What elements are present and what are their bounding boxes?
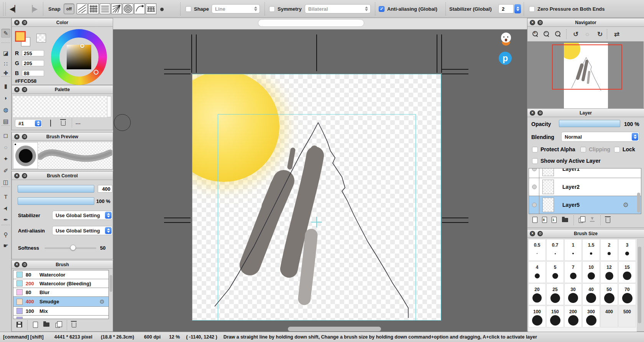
brush-size-cell-3[interactable]: 3 [618, 239, 636, 261]
brush-size-cell-20[interactable]: 20 [528, 283, 546, 305]
palette-new-button[interactable] [50, 120, 51, 127]
shape-checkbox[interactable]: Shape [186, 0, 209, 18]
stepper-icon[interactable] [514, 4, 521, 13]
brush-new-button[interactable] [33, 322, 38, 328]
select-move-tool[interactable]: ◫ [1, 178, 10, 187]
stabilizer-select[interactable]: Use Global Setting [52, 211, 113, 220]
undo-button[interactable]: ◀▏ [10, 0, 20, 18]
canvas-document[interactable] [192, 74, 441, 320]
blue-field[interactable]: B 88 [15, 70, 44, 76]
snap-concentric-button[interactable] [123, 3, 133, 14]
brush-size-cell-2[interactable]: 2 [600, 239, 618, 261]
stabilizer-spinner[interactable]: 2 [498, 4, 521, 13]
select-rect-tool[interactable]: ◻ [1, 131, 10, 140]
layer-duplicate-button[interactable] [579, 218, 583, 223]
layer-new-8bit-button[interactable] [542, 217, 547, 223]
detach-icon[interactable] [537, 231, 543, 236]
palette-scrollbar[interactable] [107, 96, 111, 117]
brush-list-scrollbar[interactable] [110, 275, 112, 292]
foreground-color-swatch[interactable] [15, 31, 26, 42]
brush-size-cell-0.5[interactable]: 0.5 [528, 239, 546, 261]
brush-size-slider[interactable] [18, 185, 94, 193]
flip-horizontal-icon[interactable]: ⇄ [612, 29, 622, 39]
layer-visibility-icon[interactable] [532, 203, 537, 207]
show-only-active-checkbox[interactable]: Show only Active Layer [532, 158, 601, 164]
rotate-cw-icon[interactable]: ↻ [595, 29, 605, 39]
layer-visibility-icon[interactable] [532, 185, 537, 189]
snap-perspective-button[interactable] [146, 3, 156, 14]
redo-button[interactable]: ▕▶ [28, 0, 38, 18]
snap-off-button[interactable]: off [64, 3, 74, 14]
opacity-slider[interactable] [559, 120, 620, 127]
snap-vanishing-button[interactable] [111, 3, 122, 14]
snap-horizontal-button[interactable] [100, 3, 110, 14]
close-icon[interactable]: × [14, 262, 20, 267]
eyedropper-tool[interactable]: ⚲ [1, 230, 10, 239]
brush-size-cell-40[interactable]: 40 [582, 283, 600, 305]
layer-new-1bit-button[interactable] [552, 217, 557, 223]
brush-row-mix[interactable]: 100Mix [13, 307, 108, 316]
brush-size-cell-7[interactable]: 7 [564, 261, 582, 283]
palette-delete-button[interactable] [61, 119, 66, 126]
operation-tool[interactable]: ➤ [1, 204, 10, 213]
brush-size-cell-25[interactable]: 25 [546, 283, 564, 305]
detach-icon[interactable] [22, 20, 27, 25]
move-tool[interactable]: ✚ [1, 69, 10, 78]
brush-row-watercolor-bleeding-[interactable]: 200Watercolor (Bleeding) [13, 279, 108, 288]
detach-icon[interactable] [22, 134, 27, 139]
bucket-tool[interactable]: ◍ [1, 105, 10, 115]
alpaca-mascot-icon[interactable] [500, 33, 512, 46]
sv-handle[interactable] [80, 44, 84, 48]
close-icon[interactable]: × [530, 110, 535, 116]
antialias-select[interactable]: Use Global Setting [52, 226, 113, 235]
brush-size-value[interactable]: 400 [98, 185, 112, 193]
blending-select[interactable]: Normal [561, 132, 639, 142]
brush-duplicate-button[interactable] [56, 323, 60, 328]
brush-size-scrollbar[interactable] [638, 247, 641, 323]
close-icon[interactable]: × [14, 134, 20, 139]
gear-icon[interactable]: ⚙ [100, 298, 105, 305]
clipping-checkbox[interactable]: Clipping [580, 146, 610, 152]
snap-parallel-button[interactable] [77, 3, 87, 14]
close-icon[interactable]: × [530, 231, 535, 236]
detach-icon[interactable] [22, 87, 27, 92]
layer-merge-button[interactable]: ▼ [590, 216, 595, 222]
brush-size-cell-200[interactable]: 200 [564, 306, 582, 327]
detach-icon[interactable] [22, 173, 27, 178]
red-field[interactable]: R 255 [15, 50, 44, 56]
brush-size-cell-5[interactable]: 5 [546, 261, 564, 283]
snap-cross-button[interactable] [88, 3, 99, 14]
fill-rect-tool[interactable]: ▮ [1, 82, 10, 91]
zoom-in-icon[interactable]: + [531, 29, 540, 39]
zoom-fit-icon[interactable]: ▫ [553, 29, 563, 39]
layer-visibility-icon[interactable] [532, 168, 537, 171]
text-tool[interactable]: T [1, 192, 10, 201]
softness-slider-knob[interactable] [70, 245, 76, 250]
brush-size-cell-300[interactable]: 300 [582, 306, 600, 327]
detach-icon[interactable] [537, 110, 543, 116]
brush-size-cell-50[interactable]: 50 [600, 283, 618, 305]
brush-size-cell-0.7[interactable]: 0.7 [546, 239, 564, 261]
eraser-tool[interactable]: ◪ [1, 49, 10, 58]
b-value[interactable]: 88 [22, 70, 44, 76]
canvas-area[interactable]: p [113, 18, 527, 332]
canvas-bottom-scrollbar[interactable] [288, 327, 381, 331]
palette-swatch-area[interactable] [13, 96, 107, 117]
palette-selector[interactable]: #1 [15, 119, 43, 128]
lock-checkbox[interactable]: Lock [614, 146, 635, 152]
layer-delete-button[interactable] [606, 216, 610, 223]
rotate-ccw-icon[interactable]: ↺ [571, 29, 581, 39]
scrollbar-thumb[interactable] [258, 19, 364, 27]
layer-row-layer2[interactable]: Layer2 [529, 178, 641, 196]
layer-row-layer5[interactable]: Layer5⚙ [529, 196, 641, 214]
brush-size-cell-1[interactable]: 1 [564, 239, 582, 261]
transparent-color-swatch[interactable] [36, 34, 46, 43]
gear-icon[interactable]: ⚙ [623, 201, 629, 209]
brush-size-cell-12[interactable]: 12 [600, 261, 618, 283]
lasso-tool[interactable]: ◌ [1, 142, 10, 152]
navigator-thumbnail[interactable] [527, 41, 644, 108]
symmetry-select[interactable]: Bilateral [305, 4, 371, 13]
hue-handle[interactable] [94, 70, 99, 75]
select-pen-tool[interactable]: ✐ [1, 166, 10, 175]
detach-icon[interactable] [537, 20, 543, 25]
